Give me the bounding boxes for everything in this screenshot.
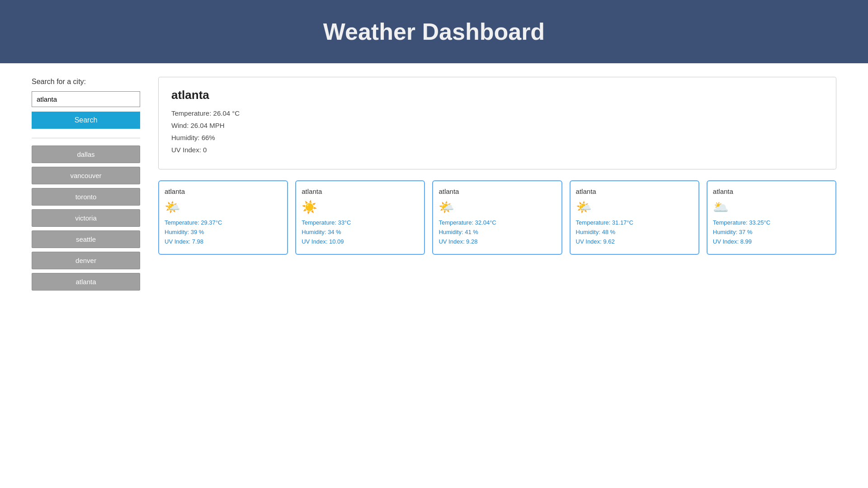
right-panel: atlanta Temperature: 26.04 °C Wind: 26.0… xyxy=(158,77,836,294)
page-title: Weather Dashboard xyxy=(9,18,859,45)
city-button-atlanta[interactable]: atlanta xyxy=(32,273,140,291)
forecast-humidity-0: Humidity: 39 % xyxy=(165,229,282,235)
forecast-uv-3: UV Index: 9.62 xyxy=(576,238,693,245)
forecast-uv-0: UV Index: 7.98 xyxy=(165,238,282,245)
main-content: Search for a city: Search dallasvancouve… xyxy=(0,77,868,294)
forecast-city-0: atlanta xyxy=(165,188,282,195)
city-button-dallas[interactable]: dallas xyxy=(32,145,140,163)
sidebar: Search for a city: Search dallasvancouve… xyxy=(32,77,140,294)
forecast-temp-0: Temperature: 29.37°C xyxy=(165,219,282,226)
forecast-card-0: atlanta 🌤️ Temperature: 29.37°C Humidity… xyxy=(158,180,288,255)
forecast-icon-0: 🌤️ xyxy=(165,200,282,215)
city-button-seattle[interactable]: seattle xyxy=(32,230,140,248)
forecast-icon-2: 🌤️ xyxy=(439,200,556,215)
forecast-card-4: atlanta 🌥️ Temperature: 33.25°C Humidity… xyxy=(707,180,836,255)
forecast-card-2: atlanta 🌤️ Temperature: 32.04°C Humidity… xyxy=(432,180,562,255)
city-list: dallasvancouvertorontovictoriaseattleden… xyxy=(32,145,140,291)
current-wind: Wind: 26.04 MPH xyxy=(171,122,823,129)
forecast-uv-2: UV Index: 9.28 xyxy=(439,238,556,245)
forecast-icon-3: 🌤️ xyxy=(576,200,693,215)
search-input[interactable] xyxy=(32,91,140,107)
city-button-victoria[interactable]: victoria xyxy=(32,209,140,227)
forecast-city-1: atlanta xyxy=(302,188,419,195)
city-button-vancouver[interactable]: vancouver xyxy=(32,167,140,184)
forecast-city-4: atlanta xyxy=(713,188,830,195)
forecast-temp-1: Temperature: 33°C xyxy=(302,219,419,226)
forecast-temp-2: Temperature: 32.04°C xyxy=(439,219,556,226)
forecast-city-3: atlanta xyxy=(576,188,693,195)
search-label: Search for a city: xyxy=(32,77,140,87)
forecast-city-2: atlanta xyxy=(439,188,556,195)
current-temperature: Temperature: 26.04 °C xyxy=(171,109,823,117)
divider xyxy=(32,138,140,138)
current-humidity: Humidity: 66% xyxy=(171,134,823,141)
forecast-humidity-4: Humidity: 37 % xyxy=(713,229,830,235)
forecast-cards: atlanta 🌤️ Temperature: 29.37°C Humidity… xyxy=(158,180,836,255)
city-button-toronto[interactable]: toronto xyxy=(32,188,140,206)
forecast-card-3: atlanta 🌤️ Temperature: 31.17°C Humidity… xyxy=(570,180,699,255)
current-weather-card: atlanta Temperature: 26.04 °C Wind: 26.0… xyxy=(158,77,836,169)
city-button-denver[interactable]: denver xyxy=(32,252,140,269)
page-header: Weather Dashboard xyxy=(0,0,868,63)
current-city-name: atlanta xyxy=(171,88,823,102)
forecast-uv-1: UV Index: 10.09 xyxy=(302,238,419,245)
forecast-card-1: atlanta ☀️ Temperature: 33°C Humidity: 3… xyxy=(295,180,425,255)
forecast-icon-4: 🌥️ xyxy=(713,200,830,215)
forecast-temp-3: Temperature: 31.17°C xyxy=(576,219,693,226)
forecast-humidity-2: Humidity: 41 % xyxy=(439,229,556,235)
forecast-temp-4: Temperature: 33.25°C xyxy=(713,219,830,226)
forecast-humidity-3: Humidity: 48 % xyxy=(576,229,693,235)
forecast-uv-4: UV Index: 8.99 xyxy=(713,238,830,245)
current-uv-index: UV Index: 0 xyxy=(171,146,823,154)
forecast-humidity-1: Humidity: 34 % xyxy=(302,229,419,235)
search-button[interactable]: Search xyxy=(32,112,140,129)
forecast-icon-1: ☀️ xyxy=(302,200,419,215)
